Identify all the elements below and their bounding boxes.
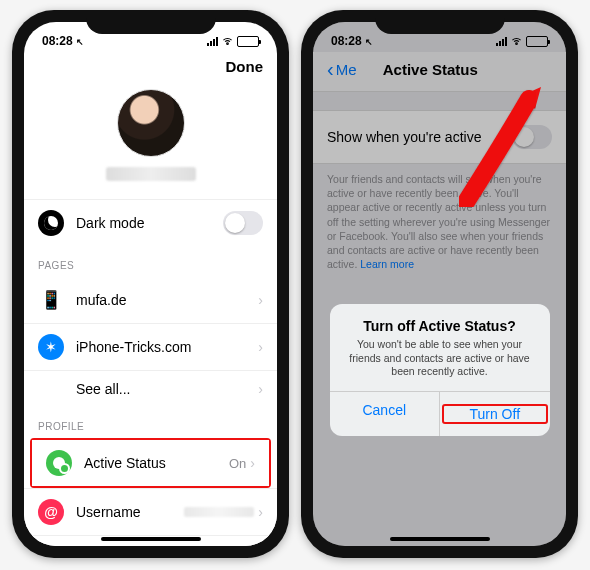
dark-mode-label: Dark mode <box>76 215 223 231</box>
page-icon: 📱 <box>38 287 64 313</box>
active-status-icon <box>46 450 72 476</box>
pages-section-header: PAGES <box>24 246 277 277</box>
username-value <box>184 507 254 517</box>
moon-icon <box>38 210 64 236</box>
profile-header-area[interactable] <box>24 85 277 189</box>
dark-mode-toggle[interactable] <box>223 211 263 235</box>
dark-mode-row[interactable]: Dark mode <box>24 199 277 246</box>
battery-icon <box>237 36 259 47</box>
notch <box>375 10 505 34</box>
phone-frame-left: 08:28 ↖ Done Dark mode PAGES <box>12 10 289 558</box>
alert-title: Turn off Active Status? <box>342 318 538 334</box>
highlight-active-status: Active Status On › <box>30 438 271 488</box>
alert-message: You won't be able to see when your frien… <box>342 338 538 379</box>
username-label: Username <box>76 504 184 520</box>
see-all-row[interactable]: See all... › <box>24 370 277 407</box>
page-label: mufa.de <box>76 292 258 308</box>
active-status-label: Active Status <box>84 455 229 471</box>
status-icons <box>207 36 259 47</box>
wifi-icon <box>221 36 234 46</box>
highlight-turn-off: Turn Off <box>442 404 548 424</box>
profile-section-header: PROFILE <box>24 407 277 438</box>
chevron-right-icon: › <box>258 339 263 355</box>
chevron-right-icon: › <box>250 455 255 471</box>
page-label: iPhone-Tricks.com <box>76 339 258 355</box>
phone-frame-right: 08:28 ↖ ‹ Me Active Status Show when you… <box>301 10 578 558</box>
alert-dialog: Turn off Active Status? You won't be abl… <box>330 304 550 436</box>
active-status-value: On <box>229 456 246 471</box>
nav-bar: Done <box>24 52 277 85</box>
turn-off-button[interactable]: Turn Off <box>440 392 550 436</box>
page-row-mufa[interactable]: 📱 mufa.de › <box>24 277 277 323</box>
chevron-right-icon: › <box>258 292 263 308</box>
username-row[interactable]: @ Username › <box>24 488 277 535</box>
chevron-right-icon: › <box>258 381 263 397</box>
active-status-row[interactable]: Active Status On › <box>32 440 269 486</box>
home-indicator[interactable] <box>390 537 490 541</box>
cellular-signal-icon <box>207 37 218 46</box>
avatar[interactable] <box>117 89 185 157</box>
modal-overlay: Turn off Active Status? You won't be abl… <box>313 22 566 546</box>
notch <box>86 10 216 34</box>
at-icon: @ <box>38 499 64 525</box>
chevron-right-icon: › <box>258 504 263 520</box>
settings-content: Dark mode PAGES 📱 mufa.de › ✶ iPhone-Tri… <box>24 85 277 546</box>
see-all-label: See all... <box>76 381 258 397</box>
done-button[interactable]: Done <box>226 58 264 75</box>
status-time: 08:28 ↖ <box>42 34 84 48</box>
home-indicator[interactable] <box>101 537 201 541</box>
page-icon: ✶ <box>38 334 64 360</box>
screen-left: 08:28 ↖ Done Dark mode PAGES <box>24 22 277 546</box>
page-row-iphonetricks[interactable]: ✶ iPhone-Tricks.com › <box>24 323 277 370</box>
cancel-button[interactable]: Cancel <box>330 392 441 436</box>
profile-name <box>106 167 196 181</box>
screen-right: 08:28 ↖ ‹ Me Active Status Show when you… <box>313 22 566 546</box>
